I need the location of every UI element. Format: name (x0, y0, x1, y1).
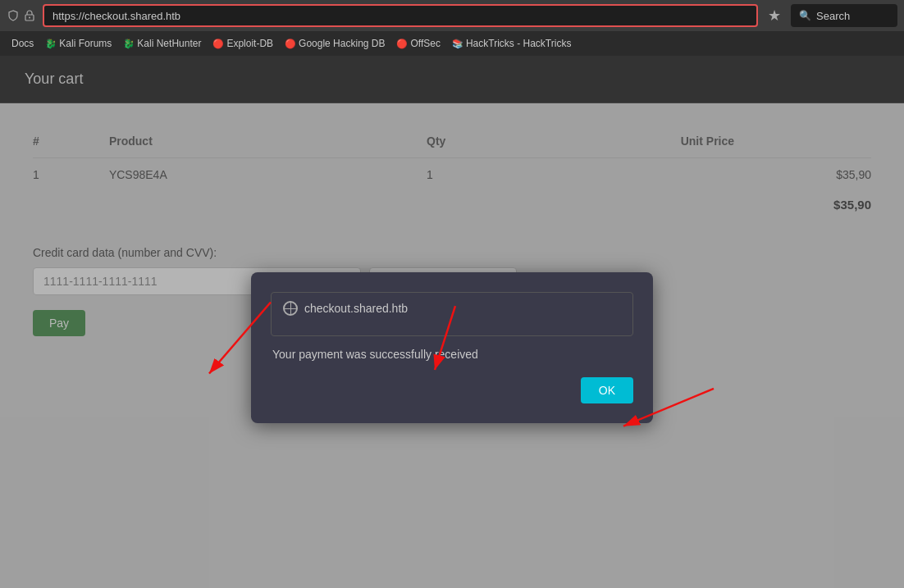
page-content: # Product Qty Unit Price 1 YCS98E4A 1 $3… (0, 103, 904, 588)
kali-nethunter-icon: 🐉 (123, 39, 135, 49)
modal-header: checkout.shared.htb (283, 301, 621, 316)
page-header: Your cart (0, 56, 904, 103)
bookmark-docs-label: Docs (11, 38, 34, 49)
bookmark-star-icon[interactable]: ★ (765, 7, 784, 25)
modal-site-name: checkout.shared.htb (304, 302, 408, 315)
browser-toolbar: https://checkout.shared.htb ★ 🔍 Search (0, 0, 904, 31)
bookmark-docs[interactable]: Docs (7, 36, 39, 51)
google-hacking-icon: 🔴 (285, 39, 296, 49)
offsec-icon: 🔴 (396, 39, 408, 49)
browser-chrome: https://checkout.shared.htb ★ 🔍 Search D… (0, 0, 904, 56)
kali-forums-icon: 🐉 (45, 39, 57, 49)
bookmark-offsec[interactable]: 🔴 OffSec (391, 36, 445, 51)
bookmark-exploit-db-label: Exploit-DB (226, 38, 273, 49)
url-domain: shared.htb (130, 10, 180, 22)
bookmark-kali-forums-label: Kali Forums (59, 38, 112, 49)
bookmark-kali-nethunter[interactable]: 🐉 Kali NetHunter (118, 36, 206, 51)
search-icon: 🔍 (799, 10, 811, 21)
lock-icon (23, 9, 36, 22)
url-text: https://checkout. (53, 10, 130, 22)
ok-button[interactable]: OK (581, 377, 633, 403)
bookmark-kali-forums[interactable]: 🐉 Kali Forums (40, 36, 116, 51)
modal-message: Your payment was successfully received (272, 348, 633, 361)
browser-nav-icons (7, 9, 36, 22)
svg-point-1 (29, 17, 30, 19)
bookmark-offsec-label: OffSec (410, 38, 440, 49)
bookmarks-bar: Docs 🐉 Kali Forums 🐉 Kali NetHunter 🔴 Ex… (0, 31, 904, 56)
page-title: Your cart (25, 71, 879, 88)
globe-icon (283, 301, 298, 316)
modal-footer: OK (271, 377, 633, 403)
modal-title-box: checkout.shared.htb (271, 292, 633, 336)
bookmark-exploit-db[interactable]: 🔴 Exploit-DB (208, 36, 278, 51)
bookmark-hacktricks[interactable]: 📚 HackTricks - HackTricks (447, 36, 576, 51)
bookmark-google-hacking-label: Google Hacking DB (299, 38, 385, 49)
search-box[interactable]: 🔍 Search (791, 4, 897, 27)
bookmark-hacktricks-label: HackTricks - HackTricks (466, 38, 571, 49)
hacktricks-icon: 📚 (452, 39, 463, 49)
modal-dialog: checkout.shared.htb Your payment was suc… (251, 272, 653, 423)
exploit-db-icon: 🔴 (212, 39, 224, 49)
security-icon (7, 9, 20, 22)
bookmark-google-hacking[interactable]: 🔴 Google Hacking DB (280, 36, 390, 51)
bookmark-kali-nethunter-label: Kali NetHunter (137, 38, 201, 49)
search-label: Search (816, 10, 850, 22)
address-bar[interactable]: https://checkout.shared.htb (43, 4, 758, 27)
modal-overlay: checkout.shared.htb Your payment was suc… (0, 103, 904, 588)
